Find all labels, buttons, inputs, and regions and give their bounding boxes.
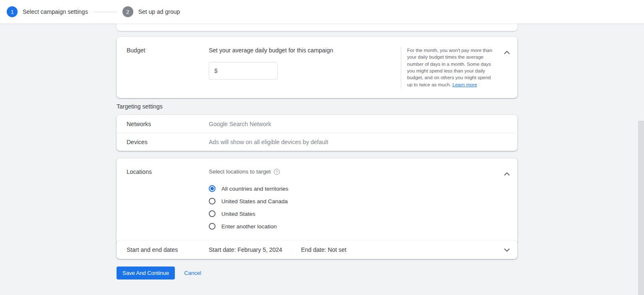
radio-label[interactable]: United States [221,211,255,217]
radio-label[interactable]: Enter another location [221,223,277,230]
radio-option-enter-another-location[interactable]: Enter another location [209,220,496,233]
chevron-down-icon [504,248,510,252]
currency-prefix: $ [214,67,218,74]
radio-label[interactable]: All countries and territories [221,186,288,192]
radio-icon[interactable] [209,210,216,217]
help-icon[interactable]: ? [274,169,280,175]
radio-icon[interactable] [209,223,216,230]
budget-label: Budget [127,47,209,88]
targeting-settings-heading: Targeting settings [117,103,163,110]
cancel-button[interactable]: Cancel [184,270,201,276]
step-2-circle: 2 [122,6,133,17]
devices-label: Devices [127,139,209,145]
previous-card-bottom-edge [117,23,517,31]
devices-value: Ads will show on all eligible devices by… [209,139,328,145]
learn-more-link[interactable]: Learn more [452,82,477,87]
budget-input-group[interactable]: $ [209,62,278,80]
chevron-up-icon [504,51,510,54]
save-and-continue-button[interactable]: Save And Continue [117,267,175,279]
action-buttons: Save And Continue Cancel [117,267,201,279]
locations-collapse-button[interactable] [503,170,511,178]
locations-radio-group: All countries and territories United Sta… [209,182,496,233]
budget-help-text: For the month, you won't pay more than y… [407,48,492,87]
radio-option-all-countries[interactable]: All countries and territories [209,182,496,195]
step-1-label: Select campaign settings [23,8,88,15]
budget-collapse-button[interactable] [503,49,511,57]
scrollbar-thumb[interactable] [638,121,644,295]
step-2-set-up-ad-group[interactable]: 2 Set up ad group [122,6,180,17]
budget-amount-input[interactable] [220,67,266,74]
start-end-dates-row[interactable]: Start and end dates Start date: February… [117,241,517,259]
budget-help-panel: For the month, you won't pay more than y… [401,47,496,88]
step-connector-line [93,12,117,12]
step-1-circle: 1 [7,6,18,17]
locations-label: Locations [127,168,209,233]
step-2-label: Set up ad group [138,8,180,15]
start-date-text: Start date: February 5, 2024 [209,246,301,253]
budget-card: Budget Set your average daily budget for… [117,37,517,98]
step-1-select-campaign-settings[interactable]: 1 Select campaign settings [7,6,88,17]
radio-icon[interactable] [209,198,216,204]
locations-prompt: Select locations to target [209,168,271,175]
end-date-text: End date: Not set [301,246,496,253]
radio-option-us-and-canada[interactable]: United States and Canada [209,195,496,207]
locations-card: Locations Select locations to target ? A… [117,158,517,244]
devices-row: Devices Ads will show on all eligible de… [117,133,517,151]
chevron-up-icon [504,172,510,176]
networks-row: Networks Google Search Network [117,115,517,133]
budget-description: Set your average daily budget for this c… [209,47,401,54]
radio-option-united-states[interactable]: United States [209,207,496,220]
dates-expand-button[interactable] [503,246,511,254]
networks-label: Networks [127,121,209,127]
radio-label[interactable]: United States and Canada [221,198,288,204]
dates-label: Start and end dates [127,246,209,253]
stepper-bar: 1 Select campaign settings 2 Set up ad g… [0,0,644,23]
networks-devices-card: Networks Google Search Network Devices A… [117,115,517,151]
networks-value: Google Search Network [209,121,271,127]
radio-icon[interactable] [209,185,216,192]
